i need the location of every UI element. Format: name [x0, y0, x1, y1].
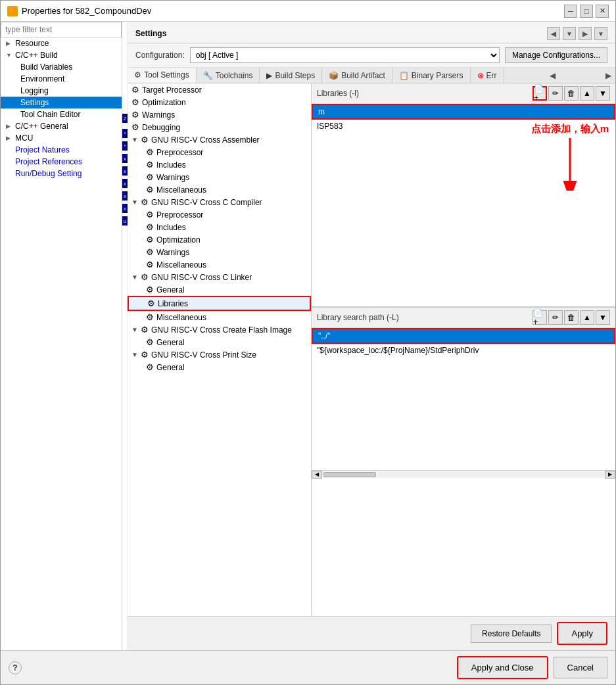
sidebar-item-label: Project Natures	[15, 145, 70, 154]
tree-item-warnings-c[interactable]: ⚙ Warnings	[128, 246, 311, 258]
final-button-row: ? Apply and Close Cancel	[1, 650, 615, 684]
sidebar-item-project-natures[interactable]: Project Natures	[1, 144, 122, 156]
tree-item-miscellaneous-c[interactable]: ⚙ Miscellaneous	[128, 258, 311, 271]
tree-item-gnu-c-compiler[interactable]: ▼ ⚙ GNU RISC-V Cross C Compiler	[128, 196, 311, 208]
tree-item-includes-c[interactable]: ⚙ Includes	[128, 221, 311, 233]
lib-search-item-workspace[interactable]: "${workspace_loc:/${ProjName}/StdPeriphD…	[312, 344, 615, 357]
up-icon: ▲	[583, 89, 591, 98]
gnu-c-compiler-icon: ⚙	[141, 197, 149, 207]
tab-nav-left[interactable]: ◀	[546, 68, 559, 83]
edit-library-button[interactable]: ✏	[548, 86, 563, 101]
tree-item-gnu-c-linker[interactable]: ▼ ⚙ GNU RISC-V Cross C Linker	[128, 271, 311, 283]
sidebar-item-environment[interactable]: Environment	[1, 73, 122, 85]
manage-configurations-button[interactable]: Manage Configurations...	[505, 47, 607, 63]
tab-build-steps[interactable]: ▶ Build Steps	[260, 68, 322, 83]
edit-icon: ✏	[552, 313, 559, 322]
binary-parsers-icon: 📋	[399, 71, 409, 80]
tree-item-preprocessor-asm[interactable]: ⚙ Preprocessor	[128, 146, 311, 158]
library-item-m[interactable]: m	[312, 104, 615, 120]
add-lib-search-button[interactable]: 📄+	[533, 310, 547, 325]
sidebar-item-settings[interactable]: Settings	[1, 97, 122, 108]
sidebar-item-project-references[interactable]: Project References	[1, 156, 122, 168]
tab-toolchains[interactable]: 🔧 Toolchains	[197, 68, 260, 83]
sidebar-item-logging[interactable]: Logging	[1, 85, 122, 97]
tree-item-preprocessor-c[interactable]: ⚙ Preprocessor	[128, 208, 311, 221]
scroll-left-button[interactable]: ◀	[312, 471, 322, 479]
add-library-button[interactable]: 📄+	[533, 86, 547, 101]
tree-item-target-processor[interactable]: ⚙ Target Processor	[128, 83, 311, 96]
lib-search-section: Library search path (-L) 📄+ ✏	[312, 307, 615, 478]
move-up-library-button[interactable]: ▲	[580, 86, 594, 101]
warnings-icon: ⚙	[131, 110, 139, 120]
move-down-library-button[interactable]: ▼	[596, 86, 610, 101]
edit-lib-search-button[interactable]: ✏	[548, 310, 563, 325]
nav-menu-button[interactable]: ▼	[594, 27, 607, 40]
sidebar-item-label: Settings	[20, 98, 49, 107]
apply-button[interactable]: Apply	[557, 622, 607, 645]
tree-item-optimization[interactable]: ⚙ Optimization	[128, 96, 311, 108]
tree-item-miscellaneous-linker[interactable]: ⚙ Miscellaneous	[128, 311, 311, 323]
nav-arrows: ◀ ▼ ▶ ▼	[547, 27, 607, 40]
lib-search-item-dotdot[interactable]: "../"	[312, 328, 615, 344]
filter-input[interactable]	[1, 22, 122, 37]
sidebar-item-resource[interactable]: ▶ Resource	[1, 37, 122, 49]
tree-item-miscellaneous-asm[interactable]: ⚙ Miscellaneous	[128, 183, 311, 196]
tab-err[interactable]: ⊗ Err	[471, 68, 504, 83]
tree-item-label: Warnings	[156, 248, 189, 257]
tree-item-warnings-asm[interactable]: ⚙ Warnings	[128, 171, 311, 183]
restore-defaults-button[interactable]: Restore Defaults	[471, 625, 552, 643]
library-item-label: m	[318, 107, 325, 116]
sidebar-item-tool-chain-editor[interactable]: Tool Chain Editor	[1, 108, 122, 120]
tree-item-general-linker[interactable]: ⚙ General	[128, 283, 311, 296]
apply-and-close-button[interactable]: Apply and Close	[457, 656, 548, 679]
tab-nav-right[interactable]: ▶	[602, 68, 615, 83]
sidebar-item-build-variables[interactable]: Build Variables	[1, 61, 122, 73]
close-button[interactable]: ✕	[596, 5, 609, 18]
tree-item-debugging[interactable]: ⚙ Debugging	[128, 121, 311, 133]
warnings-c-icon: ⚙	[146, 247, 154, 257]
tree-item-warnings[interactable]: ⚙ Warnings	[128, 108, 311, 121]
tab-label: Err	[486, 71, 497, 80]
expand-icon: ▼	[131, 199, 138, 206]
tree-item-gnu-flash[interactable]: ▼ ⚙ GNU RISC-V Cross Create Flash Image	[128, 323, 311, 336]
expand-icon: ▶	[6, 123, 12, 130]
config-dropdown[interactable]: obj [ Active ]	[190, 47, 500, 63]
tree-item-gnu-assembler[interactable]: ▼ ⚙ GNU RISC-V Cross Assembler	[128, 133, 311, 146]
horizontal-scrollbar[interactable]: ◀ ▶	[312, 470, 615, 478]
sidebar-item-label: Resource	[15, 39, 49, 48]
build-steps-icon: ▶	[266, 71, 272, 80]
sidebar-item-cpp-build[interactable]: ▼ C/C++ Build	[1, 49, 122, 61]
sidebar-item-label: Project References	[15, 157, 82, 166]
cancel-button[interactable]: Cancel	[554, 657, 607, 678]
tab-binary-parsers[interactable]: 📋 Binary Parsers	[392, 68, 471, 83]
nav-back-button[interactable]: ◀	[547, 27, 560, 40]
delete-library-button[interactable]: 🗑	[564, 86, 579, 101]
tab-tool-settings[interactable]: ⚙ Tool Settings	[128, 68, 197, 83]
down-icon: ▼	[599, 89, 607, 98]
tree-item-includes-asm[interactable]: ⚙ Includes	[128, 158, 311, 171]
sidebar-item-mcu[interactable]: ▶ MCU	[1, 132, 122, 144]
tab-build-artifact[interactable]: 📦 Build Artifact	[322, 68, 392, 83]
help-button[interactable]: ?	[9, 661, 22, 674]
tree-item-optimization-c[interactable]: ⚙ Optimization	[128, 233, 311, 246]
tree-item-libraries[interactable]: ⚙ Libraries	[128, 296, 311, 311]
library-item-isp583[interactable]: ISP583	[312, 120, 615, 133]
down-icon: ▼	[599, 313, 607, 322]
sidebar-item-cpp-general[interactable]: ▶ C/C++ General	[1, 120, 122, 132]
maximize-button[interactable]: □	[580, 5, 593, 18]
delete-lib-search-button[interactable]: 🗑	[564, 310, 579, 325]
move-up-lib-search-button[interactable]: ▲	[580, 310, 594, 325]
nav-dropdown-button[interactable]: ▼	[563, 27, 576, 40]
nav-forward-button[interactable]: ▶	[579, 27, 592, 40]
tree-item-gnu-print-size[interactable]: ▼ ⚙ GNU RISC-V Cross Print Size	[128, 348, 311, 361]
tree-item-general-flash[interactable]: ⚙ General	[128, 336, 311, 348]
sidebar-item-run-debug[interactable]: Run/Debug Setting	[1, 168, 122, 179]
delete-icon: 🗑	[567, 313, 575, 322]
miscellaneous-icon: ⚙	[146, 185, 154, 195]
target-processor-icon: ⚙	[131, 85, 139, 95]
minimize-button[interactable]: ─	[564, 5, 577, 18]
scroll-thumb[interactable]	[323, 472, 376, 477]
tree-item-general-print[interactable]: ⚙ General	[128, 361, 311, 373]
move-down-lib-search-button[interactable]: ▼	[596, 310, 610, 325]
scroll-right-button[interactable]: ▶	[605, 471, 615, 479]
